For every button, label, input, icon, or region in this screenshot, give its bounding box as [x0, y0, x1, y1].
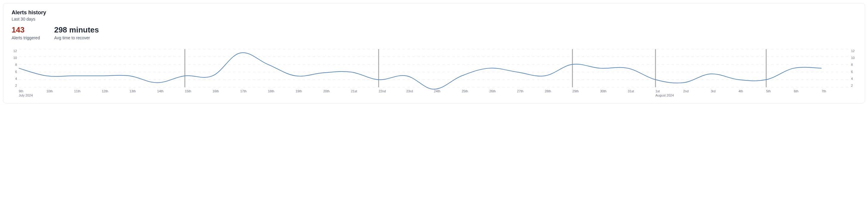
x-tick: 4th	[739, 89, 766, 98]
chart-svg	[19, 49, 849, 87]
x-tick: 2nd	[683, 89, 711, 98]
y-tick: 8	[851, 63, 857, 66]
x-tick: 25th	[462, 89, 489, 98]
x-tick: 1stAugust 2024	[655, 89, 683, 98]
x-tick: 13th	[129, 89, 157, 98]
stat-label: Alerts triggered	[11, 35, 40, 40]
x-tick: 12th	[102, 89, 129, 98]
alerts-history-card: Alerts history Last 30 days 143 Alerts t…	[3, 3, 865, 103]
x-tick: 3rd	[711, 89, 739, 98]
y-tick: 10	[11, 56, 17, 60]
x-tick: 30th	[600, 89, 628, 98]
y-tick: 12	[851, 49, 857, 53]
x-tick: 10th	[46, 89, 74, 98]
chart-area: 12108642 12108642	[11, 49, 857, 87]
stat-avg-time-to-recover: 298 minutes Avg time to recover	[54, 26, 99, 40]
x-tick: 16th	[213, 89, 240, 98]
x-tick: 9thJuly 2024	[19, 89, 46, 98]
x-tick: 21st	[351, 89, 379, 98]
stat-value: 143	[11, 26, 40, 34]
y-tick: 2	[851, 84, 857, 87]
x-tick: 23rd	[406, 89, 434, 98]
x-tick: 26th	[489, 89, 517, 98]
x-tick: 29th	[572, 89, 600, 98]
x-tick: 20th	[323, 89, 351, 98]
card-title: Alerts history	[11, 9, 857, 16]
x-tick: 28th	[545, 89, 572, 98]
x-axis: 9thJuly 202410th11th12th13th14th15th16th…	[19, 89, 849, 98]
x-tick: 27th	[517, 89, 545, 98]
stat-alerts-triggered: 143 Alerts triggered	[11, 26, 40, 40]
y-tick: 8	[11, 63, 17, 66]
stat-value: 298 minutes	[54, 26, 99, 34]
y-tick: 6	[851, 70, 857, 74]
y-tick: 12	[11, 49, 17, 53]
y-tick: 4	[851, 77, 857, 80]
x-tick: 22nd	[379, 89, 406, 98]
y-axis-right: 12108642	[849, 49, 857, 87]
stats-row: 143 Alerts triggered 298 minutes Avg tim…	[11, 26, 857, 40]
x-tick: 14th	[157, 89, 185, 98]
card-subtitle: Last 30 days	[11, 17, 857, 22]
x-tick: 17th	[240, 89, 268, 98]
x-tick: 7th	[822, 89, 849, 98]
y-tick: 4	[11, 77, 17, 80]
x-tick: 11th	[74, 89, 102, 98]
y-tick: 2	[11, 84, 17, 87]
x-tick: 6th	[794, 89, 822, 98]
stat-label: Avg time to recover	[54, 35, 99, 40]
card-header: Alerts history Last 30 days	[11, 9, 857, 22]
x-tick: 15th	[185, 89, 213, 98]
x-tick: 5th	[766, 89, 794, 98]
chart-plot	[19, 49, 849, 87]
y-tick: 10	[851, 56, 857, 60]
x-tick: 18th	[268, 89, 296, 98]
y-axis-left: 12108642	[11, 49, 19, 87]
x-tick: 24th	[434, 89, 462, 98]
y-tick: 6	[11, 70, 17, 74]
x-tick: 19th	[296, 89, 323, 98]
x-tick: 31st	[628, 89, 655, 98]
